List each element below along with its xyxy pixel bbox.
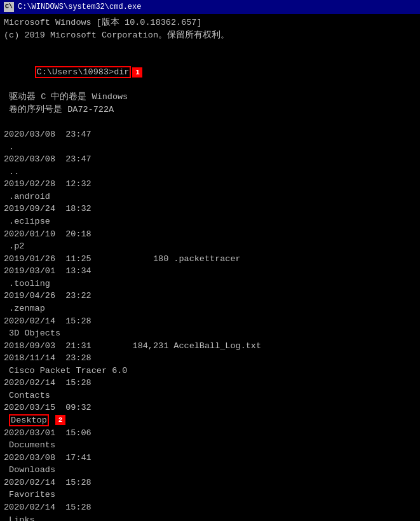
dir-entry: 2020/03/15 09:32 Desktop 2 (4, 402, 416, 426)
drive-line-2: 卷的序列号是 DA72-722A (4, 104, 416, 116)
dir-entry: 2019/03/01 13:34 .tooling (4, 265, 416, 290)
dir-entry: 2020/02/14 15:28 Favorites (4, 477, 416, 501)
header-line-2: (c) 2019 Microsoft Corporation。保留所有权利。 (4, 29, 416, 42)
terminal: Microsoft Windows [版本 10.0.18362.657] (c… (0, 14, 420, 521)
title-bar: C\ C:\WINDOWS\system32\cmd.exe (0, 0, 420, 14)
dir-entry: 2020/02/14 15:28 Links (4, 501, 416, 521)
desktop-highlight: Desktop (9, 414, 49, 426)
drive-line-1: 驱动器 C 中的卷是 Windows (4, 91, 416, 104)
dir-entry: 2020/02/14 15:28 Contacts (4, 377, 416, 402)
dir-entry: 2019/01/26 11:25 180 .packettracer (4, 253, 416, 266)
prompt1-line: C:\Users\10983>dir 1 (4, 54, 416, 91)
dir-entry: 2019/02/28 12:32 .android (4, 178, 416, 203)
drive-line-3 (4, 116, 416, 129)
badge-1: 1 (132, 67, 142, 78)
prompt1-highlight: C:\Users\10983>dir (35, 66, 132, 78)
dir-entry: 2020/02/14 15:28 3D Objects (4, 315, 416, 340)
dir-entry: 2020/03/08 17:41 Downloads (4, 452, 416, 477)
dir-entry: 2018/11/14 23:28 Cisco Packet Tracer 6.0 (4, 352, 416, 377)
cmd-icon: C\ (4, 2, 14, 12)
dir-listing: 2020/03/08 23:47 .2020/03/08 23:47 ..201… (4, 128, 416, 521)
drive-info: 驱动器 C 中的卷是 Windows 卷的序列号是 DA72-722A (4, 91, 416, 128)
spacer-1 (4, 41, 416, 54)
dir-entry: 2019/09/24 18:32 .eclipse (4, 203, 416, 227)
dir-entry: 2020/03/01 15:06 Documents (4, 427, 416, 452)
window-title: C:\WINDOWS\system32\cmd.exe (18, 3, 141, 11)
badge-2: 2 (55, 415, 65, 425)
dir-entry: 2020/01/10 20:18 .p2 (4, 228, 416, 253)
header-line-1: Microsoft Windows [版本 10.0.18362.657] (4, 17, 416, 29)
dir-entry: 2019/04/26 23:22 .zenmap (4, 290, 416, 315)
dir-entry: 2020/03/08 23:47 . (4, 128, 416, 153)
dir-entry: 2020/03/08 23:47 .. (4, 153, 416, 178)
dir-entry: 2018/09/03 21:31 184,231 AccelBall_Log.t… (4, 340, 416, 353)
prompt1-text: C:\Users\10983>dir (4, 54, 131, 91)
